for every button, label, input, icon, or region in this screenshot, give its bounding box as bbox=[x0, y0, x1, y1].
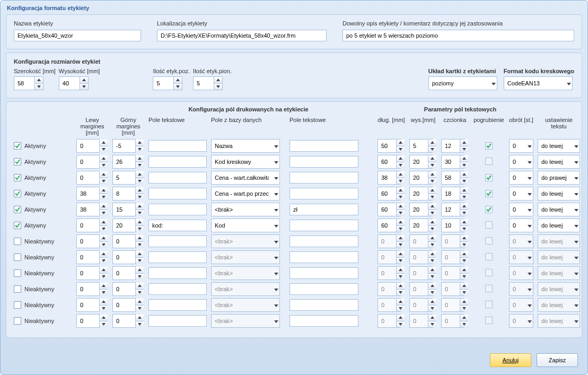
spinner[interactable] bbox=[76, 139, 108, 153]
text1-input[interactable] bbox=[148, 172, 207, 184]
spin-up-icon[interactable] bbox=[396, 155, 405, 162]
text2-input[interactable] bbox=[289, 172, 358, 184]
spin-up-icon[interactable] bbox=[135, 283, 144, 290]
spin-up-icon[interactable] bbox=[428, 139, 436, 146]
text1-input[interactable] bbox=[148, 236, 207, 247]
spin-down-icon[interactable] bbox=[135, 321, 144, 328]
spin-down-icon[interactable] bbox=[460, 210, 468, 216]
spin-up-icon[interactable] bbox=[135, 299, 144, 306]
spin-down-icon[interactable] bbox=[396, 226, 405, 232]
spin-down-icon[interactable] bbox=[135, 274, 144, 280]
spin-up-icon[interactable] bbox=[99, 203, 108, 210]
spinner[interactable] bbox=[378, 187, 405, 200]
text2-input[interactable] bbox=[289, 315, 358, 327]
text2-input[interactable] bbox=[289, 156, 358, 168]
loc-input[interactable] bbox=[157, 30, 327, 41]
text2-input[interactable] bbox=[289, 267, 358, 279]
spin-up-icon[interactable] bbox=[135, 219, 144, 226]
spinner[interactable] bbox=[112, 234, 144, 248]
spinner[interactable] bbox=[112, 139, 144, 153]
width-spinner[interactable] bbox=[14, 76, 43, 90]
spin-up-icon[interactable] bbox=[396, 219, 405, 226]
spin-up-icon[interactable] bbox=[460, 155, 468, 162]
combo[interactable] bbox=[211, 203, 280, 216]
spinner[interactable] bbox=[76, 155, 108, 169]
count-h-spinner[interactable] bbox=[153, 76, 182, 90]
spin-down-icon[interactable] bbox=[396, 194, 405, 200]
spin-down-icon[interactable] bbox=[135, 258, 144, 264]
combo[interactable] bbox=[538, 171, 580, 185]
spin-down-icon[interactable] bbox=[99, 162, 108, 169]
desc-input[interactable] bbox=[343, 30, 574, 41]
spin-down-icon[interactable] bbox=[99, 194, 108, 200]
text1-input[interactable] bbox=[148, 156, 207, 168]
spinner[interactable] bbox=[112, 187, 144, 200]
checkbox[interactable] bbox=[14, 285, 21, 293]
spin-down-icon[interactable] bbox=[99, 210, 108, 216]
spin-down-icon[interactable] bbox=[428, 178, 436, 185]
spin-up-icon[interactable] bbox=[396, 203, 405, 210]
text1-input[interactable] bbox=[148, 220, 207, 231]
spin-up-icon[interactable] bbox=[99, 267, 108, 274]
spin-down-icon[interactable] bbox=[460, 226, 468, 232]
checkbox[interactable] bbox=[14, 222, 21, 229]
text1-input[interactable] bbox=[148, 283, 207, 295]
spinner[interactable] bbox=[441, 139, 469, 153]
barcode-combo[interactable] bbox=[504, 76, 573, 90]
spin-down-icon[interactable] bbox=[135, 178, 144, 185]
layout-combo[interactable] bbox=[428, 76, 497, 90]
combo[interactable] bbox=[211, 219, 280, 232]
save-button[interactable]: Zapisz bbox=[537, 353, 578, 367]
spin-up-icon[interactable] bbox=[428, 203, 436, 210]
spin-down-icon[interactable] bbox=[99, 146, 108, 153]
combo[interactable] bbox=[538, 139, 580, 153]
spin-up-icon[interactable] bbox=[460, 203, 468, 210]
combo[interactable] bbox=[509, 187, 533, 200]
spinner[interactable] bbox=[441, 203, 469, 216]
combo[interactable] bbox=[211, 171, 280, 185]
text2-input[interactable] bbox=[289, 299, 358, 311]
spinner[interactable] bbox=[409, 171, 437, 185]
spin-up-icon[interactable] bbox=[460, 219, 468, 226]
text2-input[interactable] bbox=[289, 251, 358, 263]
combo[interactable] bbox=[509, 139, 533, 153]
text1-input[interactable] bbox=[148, 267, 207, 279]
checkbox[interactable] bbox=[14, 269, 21, 277]
spin-up-icon[interactable] bbox=[99, 315, 108, 321]
spin-up-icon[interactable] bbox=[428, 171, 436, 178]
spinner[interactable] bbox=[378, 171, 405, 185]
combo[interactable] bbox=[509, 219, 533, 232]
spin-down-icon[interactable] bbox=[99, 306, 108, 312]
combo[interactable] bbox=[211, 139, 280, 153]
checkbox[interactable] bbox=[14, 206, 21, 213]
spin-up-icon[interactable] bbox=[135, 235, 144, 242]
checkbox[interactable] bbox=[485, 221, 493, 229]
text1-input[interactable] bbox=[148, 315, 207, 327]
spin-down-icon[interactable] bbox=[135, 194, 144, 200]
text1-input[interactable] bbox=[148, 140, 207, 152]
spin-down-icon[interactable] bbox=[428, 146, 436, 153]
text2-input[interactable] bbox=[289, 140, 358, 152]
spin-up-icon[interactable] bbox=[99, 139, 108, 146]
spin-up-icon[interactable] bbox=[135, 267, 144, 274]
spin-down-icon[interactable] bbox=[99, 226, 108, 232]
checkbox[interactable] bbox=[485, 190, 493, 197]
spinner[interactable] bbox=[378, 155, 405, 169]
spinner[interactable] bbox=[441, 219, 469, 232]
spin-up-icon[interactable] bbox=[99, 155, 108, 162]
spinner[interactable] bbox=[76, 282, 108, 296]
spin-down-icon[interactable] bbox=[396, 162, 405, 169]
spin-up-icon[interactable] bbox=[135, 139, 144, 146]
spin-down-icon[interactable] bbox=[460, 194, 468, 200]
spin-down-icon[interactable] bbox=[135, 290, 144, 296]
spin-up-icon[interactable] bbox=[396, 187, 405, 194]
spinner[interactable] bbox=[112, 250, 144, 264]
combo[interactable] bbox=[509, 171, 533, 185]
cancel-button[interactable]: Anuluj bbox=[490, 353, 531, 367]
spinner[interactable] bbox=[112, 171, 144, 185]
checkbox[interactable] bbox=[485, 206, 493, 213]
spinner[interactable] bbox=[441, 187, 469, 200]
spin-up-icon[interactable] bbox=[99, 299, 108, 306]
checkbox[interactable] bbox=[485, 158, 493, 165]
text2-input[interactable] bbox=[289, 236, 358, 247]
